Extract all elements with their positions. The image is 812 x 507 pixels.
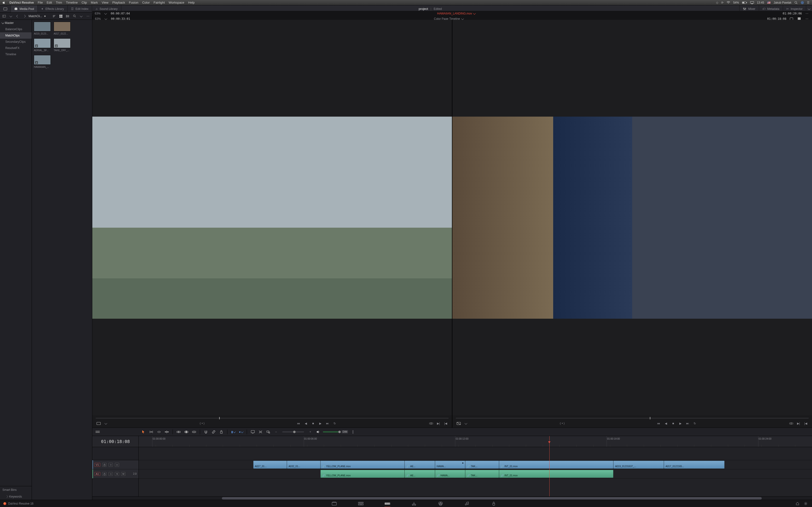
go-out-prog-button[interactable]: |◀ bbox=[803, 420, 809, 427]
bin-layout-dropdown[interactable] bbox=[8, 13, 13, 19]
app-name[interactable]: DaVinci Resolve bbox=[9, 1, 34, 4]
thumb-view-button[interactable] bbox=[58, 13, 63, 19]
dim-button[interactable]: DIM bbox=[342, 430, 348, 433]
v1-lock[interactable] bbox=[102, 463, 107, 467]
page-fairlight[interactable] bbox=[462, 500, 472, 507]
effects-library-toggle[interactable]: ✦ Effects Library bbox=[38, 5, 67, 12]
source-zoom-dropdown[interactable] bbox=[103, 11, 108, 16]
nav-forward-button[interactable] bbox=[22, 13, 27, 19]
match-frame-button[interactable]: ⟨ • ⟩ bbox=[199, 420, 205, 427]
stop-button[interactable]: ■ bbox=[310, 420, 316, 427]
user-name[interactable]: Jakub Pawlak bbox=[773, 1, 792, 4]
timeline-clip[interactable]: A027_01... bbox=[253, 461, 287, 469]
source-canvas[interactable] bbox=[92, 20, 452, 415]
media-pool-toggle[interactable]: Media Pool bbox=[11, 5, 38, 12]
zoom-to-fit-button[interactable] bbox=[258, 429, 263, 435]
a1-solo[interactable]: S bbox=[115, 472, 119, 476]
play-button[interactable]: ▶ bbox=[317, 420, 323, 427]
breadcrumb[interactable]: MatchCli... bbox=[29, 14, 50, 18]
replace-edit-button[interactable] bbox=[191, 429, 197, 435]
menu-edit[interactable]: Edit bbox=[47, 1, 52, 4]
v1-label[interactable]: V1 bbox=[94, 463, 100, 467]
home-button[interactable] bbox=[795, 501, 800, 507]
dynamic-trim-tool[interactable] bbox=[156, 429, 162, 435]
source-scrubber[interactable] bbox=[96, 417, 449, 419]
sort-button[interactable] bbox=[51, 13, 57, 19]
menu-clip[interactable]: Clip bbox=[82, 1, 87, 4]
go-out-button[interactable]: |◀ bbox=[443, 420, 449, 427]
program-canvas[interactable] bbox=[452, 20, 812, 415]
selection-tool[interactable] bbox=[141, 429, 146, 435]
track-header-a1[interactable]: A1 ◇ S M 2.0 bbox=[92, 469, 139, 478]
insert-edit-button[interactable] bbox=[176, 429, 182, 435]
menu-view[interactable]: View bbox=[102, 1, 108, 4]
link-toggle[interactable] bbox=[211, 429, 216, 435]
flag-button[interactable]: ▮ bbox=[230, 429, 236, 435]
timeline-clip[interactable]: 🔗AE... bbox=[405, 461, 435, 469]
bin-secondaryclips[interactable]: SecondaryClips bbox=[0, 39, 32, 45]
menu-help[interactable]: Help bbox=[188, 1, 195, 4]
page-cut[interactable] bbox=[356, 500, 366, 507]
go-first-button[interactable]: ⏮ bbox=[296, 420, 301, 427]
menu-workspace[interactable]: Workspace bbox=[169, 1, 185, 4]
pool-options-button[interactable]: ⋯ bbox=[85, 13, 91, 19]
zoom-out-button[interactable]: − bbox=[273, 429, 279, 435]
lock-toggle[interactable] bbox=[218, 429, 224, 435]
source-zoom[interactable]: 63% bbox=[95, 12, 101, 15]
timeline-clip[interactable]: A019_01231637_... bbox=[613, 461, 664, 469]
media-pool-grid[interactable]: A019_0123...A017_0122...AERIAL_SF...TAKE… bbox=[32, 20, 92, 500]
timeline-timecode[interactable]: 01:00:18:08 bbox=[92, 436, 139, 447]
menu-playback[interactable]: Playback bbox=[112, 1, 125, 4]
list-view-button[interactable] bbox=[65, 13, 70, 19]
go-in-prog-button[interactable]: ▶| bbox=[796, 420, 801, 427]
hscroll-thumb[interactable] bbox=[222, 497, 762, 500]
timeline-clip[interactable]: 🔗HAWA... bbox=[435, 470, 465, 478]
mute-button[interactable] bbox=[315, 429, 321, 435]
clip-thumb[interactable]: TAKE_OFF_... bbox=[54, 38, 70, 52]
timeline-clip[interactable]: 🔗TAK... bbox=[465, 470, 499, 478]
zoom-slider[interactable] bbox=[282, 432, 304, 433]
timeline-tracks[interactable]: 01:00:00:0001:00:06:0001:00:12:0001:00:1… bbox=[139, 436, 812, 496]
sync-icon[interactable]: ⟳ bbox=[721, 1, 723, 4]
insert-clip-button[interactable] bbox=[428, 420, 434, 427]
play-prog-button[interactable]: ▶ bbox=[677, 420, 683, 427]
bin-resolvefx[interactable]: ResolveFX bbox=[0, 45, 32, 51]
playhead[interactable] bbox=[549, 436, 550, 496]
page-edit[interactable] bbox=[383, 500, 392, 507]
timeline-hscroll[interactable] bbox=[92, 496, 812, 500]
search-button[interactable] bbox=[72, 13, 77, 19]
smart-bin-keywords[interactable]: Keywords bbox=[0, 494, 32, 500]
siri-icon[interactable] bbox=[801, 1, 804, 4]
diamond-icon[interactable]: ◇ bbox=[716, 1, 718, 4]
bin-master[interactable]: Master bbox=[0, 20, 32, 26]
timeline-view-options[interactable] bbox=[95, 429, 101, 435]
source-mode-button[interactable] bbox=[96, 420, 101, 427]
v1-disable[interactable]: ▭ bbox=[115, 463, 119, 467]
timeline-clip[interactable]: 🔗INT_01.mov bbox=[499, 461, 614, 469]
timeline-clip[interactable]: 🔗TAK... bbox=[465, 461, 499, 469]
fullscreen-viewer-toggle[interactable] bbox=[0, 5, 11, 12]
step-back-prog-button[interactable]: ◀ bbox=[663, 420, 669, 427]
marker-button[interactable]: ● bbox=[238, 429, 244, 435]
blade-tool[interactable] bbox=[164, 429, 170, 435]
menu-color[interactable]: Color bbox=[142, 1, 150, 4]
volume-knob[interactable] bbox=[338, 431, 341, 433]
wifi-icon[interactable] bbox=[726, 1, 730, 4]
program-mode-button[interactable] bbox=[456, 420, 462, 427]
track-header-v1[interactable]: V1 ◇ ▭ bbox=[92, 460, 139, 469]
timeline-clip[interactable]: 🔗YELLOW_PLANE.mov bbox=[320, 461, 405, 469]
apple-icon[interactable] bbox=[2, 1, 6, 4]
project-settings-button[interactable] bbox=[803, 501, 809, 507]
menu-fairlight[interactable]: Fairlight bbox=[154, 1, 165, 4]
menu-extras-icon[interactable]: ☰ bbox=[807, 1, 810, 4]
clip-thumb[interactable]: HAWAIIAN_... bbox=[34, 55, 51, 68]
a1-lock[interactable] bbox=[102, 472, 107, 476]
program-scrubber[interactable] bbox=[456, 417, 809, 419]
stop-prog-button[interactable]: ■ bbox=[670, 420, 676, 427]
timeline-ruler[interactable]: 01:00:00:0001:00:06:0001:00:12:0001:00:1… bbox=[139, 436, 812, 447]
loop-prog-button[interactable]: ↻ bbox=[692, 420, 698, 427]
clock[interactable]: 13:45 bbox=[757, 1, 764, 4]
airplay-icon[interactable] bbox=[750, 1, 754, 4]
detail-zoom-button[interactable] bbox=[265, 429, 271, 435]
loop-button[interactable]: ↻ bbox=[332, 420, 338, 427]
